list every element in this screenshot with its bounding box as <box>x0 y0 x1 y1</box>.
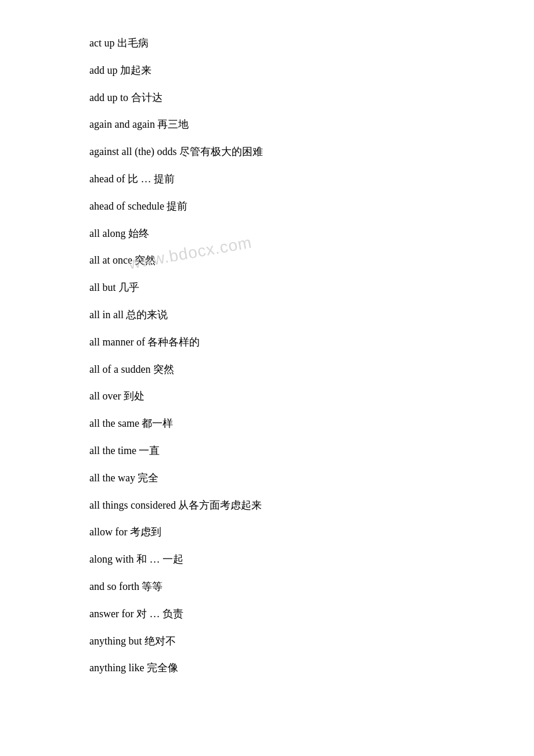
translation: 几乎 <box>118 282 139 293</box>
translation: 从各方面考虑起来 <box>178 499 262 511</box>
translation: 突然 <box>153 363 174 375</box>
list-item: anything but 绝对不 <box>89 633 445 650</box>
phrase: all in all <box>89 309 124 321</box>
phrase: all along <box>89 228 125 239</box>
translation: 绝对不 <box>145 635 176 647</box>
phrase: answer for <box>89 608 134 620</box>
translation: 对 … 负责 <box>136 608 183 620</box>
phrase: anything but <box>89 635 142 647</box>
list-item: all of a sudden 突然 <box>89 361 445 378</box>
list-item: all along 始终 <box>89 225 445 242</box>
list-item: all but 几乎 <box>89 279 445 296</box>
phrase: all at once <box>89 254 132 266</box>
phrase: along with <box>89 553 134 565</box>
translation: 各种各样的 <box>147 336 200 348</box>
translation: 一直 <box>139 445 160 456</box>
list-item: all over 到处 <box>89 388 445 405</box>
phrase: again and again <box>89 118 155 130</box>
phrase: act up <box>89 37 114 49</box>
list-item: ahead of schedule 提前 <box>89 198 445 215</box>
list-item: anything like 完全像 <box>89 660 445 676</box>
list-item: again and again 再三地 <box>89 116 445 133</box>
phrase: ahead of schedule <box>89 200 164 212</box>
list-item: ahead of 比 … 提前 <box>89 171 445 188</box>
list-item: add up 加起来 <box>89 62 445 79</box>
phrase: add up <box>89 64 118 76</box>
list-item: all the time 一直 <box>89 442 445 459</box>
phrase: anything like <box>89 662 144 674</box>
translation: 始终 <box>128 228 149 239</box>
phrase: all of a sudden <box>89 363 150 375</box>
list-item: and so forth 等等 <box>89 578 445 595</box>
translation: 突然 <box>135 254 156 266</box>
phrase: all things considered <box>89 499 176 511</box>
translation: 提前 <box>167 200 187 212</box>
translation: 总的来说 <box>126 309 168 321</box>
phrase: all the time <box>89 445 136 456</box>
translation: 都一样 <box>142 417 173 429</box>
phrase: ahead of <box>89 173 125 185</box>
phrase: and so forth <box>89 581 139 592</box>
page-container: www.bdocx.com act up 出毛病add up 加起来add up… <box>0 0 534 722</box>
phrase: all the way <box>89 472 135 484</box>
phrase: against all (the) odds <box>89 146 176 157</box>
list-item: all manner of 各种各样的 <box>89 334 445 351</box>
translation: 完全 <box>138 472 158 484</box>
translation: 考虑到 <box>130 526 161 538</box>
list-item: along with 和 … 一起 <box>89 551 445 568</box>
list-item: against all (the) odds 尽管有极大的困难 <box>89 143 445 160</box>
phrase: all but <box>89 282 116 293</box>
phrase: all over <box>89 390 121 402</box>
translation: 合计达 <box>131 92 163 103</box>
list-item: allow for 考虑到 <box>89 524 445 541</box>
phrase: all the same <box>89 417 139 429</box>
list-item: answer for 对 … 负责 <box>89 606 445 622</box>
list-item: all things considered 从各方面考虑起来 <box>89 497 445 514</box>
phrase: add up to <box>89 92 128 103</box>
phrase: allow for <box>89 526 127 538</box>
list-item: add up to 合计达 <box>89 89 445 106</box>
translation: 加起来 <box>120 64 151 76</box>
list-item: all the same 都一样 <box>89 415 445 432</box>
translation: 和 … 一起 <box>136 553 183 565</box>
translation: 出毛病 <box>117 37 149 49</box>
list-item: act up 出毛病 <box>89 35 445 52</box>
list-item: all in all 总的来说 <box>89 307 445 323</box>
translation: 完全像 <box>147 662 178 674</box>
entry-list: act up 出毛病add up 加起来add up to 合计达again a… <box>89 35 445 676</box>
translation: 比 … 提前 <box>128 173 175 185</box>
translation: 再三地 <box>157 118 189 130</box>
list-item: all the way 完全 <box>89 470 445 487</box>
translation: 尽管有极大的困难 <box>179 146 263 157</box>
translation: 等等 <box>142 581 163 592</box>
translation: 到处 <box>124 390 145 402</box>
phrase: all manner of <box>89 336 145 348</box>
list-item: all at once 突然 <box>89 252 445 269</box>
